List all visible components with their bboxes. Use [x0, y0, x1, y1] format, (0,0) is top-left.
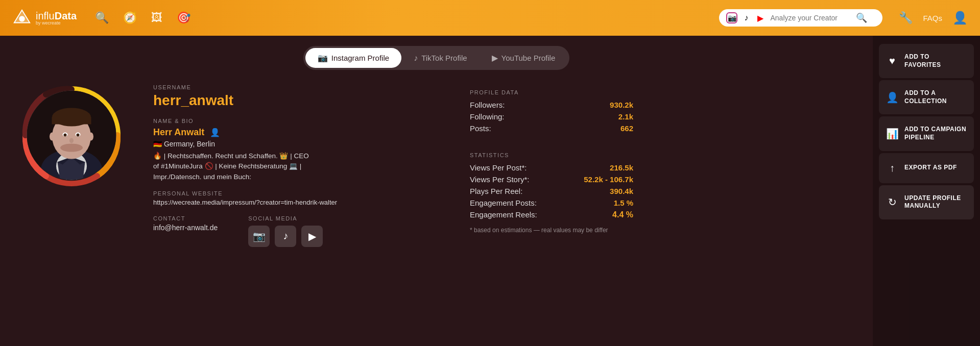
update-icon: ↻	[886, 196, 898, 208]
stat-following: Following: 2.1k	[470, 112, 633, 121]
bio: 🔥 | Rechtschaffen. Recht und Schaffen. 👑…	[153, 151, 439, 182]
tiktok-tab-label: TikTok Profile	[421, 54, 467, 62]
tiktok-tab-icon: ♪	[414, 54, 418, 63]
add-to-campaign-button[interactable]: 📊 ADD TO CAMPAIGN PIPELINE	[879, 116, 974, 151]
campaign-icon: 📊	[886, 128, 898, 140]
name-bio-label: NAME & BIO	[153, 118, 439, 124]
social-section: SOCIAL MEDIA 📷 ♪ ▶	[248, 215, 323, 247]
export-label: EXPORT AS PDF	[904, 164, 957, 172]
faqs-link[interactable]: FAQs	[923, 14, 942, 22]
youtube-social-btn[interactable]: ▶	[301, 226, 323, 247]
instagram-tab-label: Instagram Profile	[331, 54, 389, 62]
add-to-favorites-button[interactable]: ♥ ADD TO FAVORITES	[879, 44, 974, 78]
analytics-icon[interactable]: 🎯	[177, 11, 190, 24]
search-bar: 📷 ♪ ▶ 🔍	[719, 9, 882, 27]
contact-section: CONTACT info@herr-anwalt.de	[153, 215, 218, 232]
profile-info: USERNAME herr_anwalt NAME & BIO Herr Anw…	[153, 84, 439, 247]
tiktok-social-btn[interactable]: ♪	[275, 226, 296, 247]
heart-icon: ♥	[886, 55, 898, 67]
statistics-label: STATISTICS	[470, 152, 633, 158]
profile-data-label: PROFILE DATA	[470, 89, 633, 95]
full-name: Herr Anwalt 👤	[153, 127, 439, 138]
search-input[interactable]	[770, 14, 852, 22]
username: herr_anwalt	[153, 92, 439, 109]
svg-rect-11	[52, 117, 91, 125]
youtube-tab-icon: ▶	[492, 53, 498, 63]
svg-point-16	[69, 138, 74, 143]
collection-label: ADD TO A COLLECTION	[904, 89, 967, 105]
header-right: 🔧 FAQs 👤	[899, 11, 968, 25]
explore-icon[interactable]: 🧭	[123, 11, 137, 24]
instagram-tab-icon: 📷	[318, 53, 328, 63]
settings-icon[interactable]: 🔧	[899, 11, 913, 24]
verified-icon: 👤	[210, 128, 220, 137]
avatar-section	[20, 84, 123, 186]
logo-byline: by wecreate	[36, 21, 77, 26]
stat-plays-reel: Plays Per Reel: 390.4k	[470, 187, 633, 195]
svg-point-18	[50, 133, 55, 141]
contact-email: info@herr-anwalt.de	[153, 224, 218, 232]
tab-tiktok[interactable]: ♪ TikTok Profile	[401, 48, 479, 68]
profile-tabs: 📷 Instagram Profile ♪ TikTok Profile ▶ Y…	[20, 36, 852, 84]
website-label: PERSONAL WEBSITE	[153, 190, 439, 196]
search-nav-icon[interactable]: 🔍	[95, 11, 109, 24]
stat-views-post: Views Per Post*: 216.5k	[470, 163, 633, 172]
main-nav: 🔍 🧭 🖼 🎯	[95, 11, 190, 24]
app-header: influData by wecreate 🔍 🧭 🖼 🎯 📷 ♪ ▶ 🔍 🔧 …	[0, 0, 980, 36]
gallery-icon[interactable]: 🖼	[151, 11, 162, 24]
export-icon: ↑	[886, 162, 898, 174]
svg-point-15	[77, 134, 80, 137]
logo[interactable]: influData by wecreate	[12, 8, 79, 28]
right-panel: ♥ ADD TO FAVORITES 👤 ADD TO A COLLECTION…	[873, 36, 980, 346]
user-account-icon[interactable]: 👤	[952, 11, 968, 25]
search-button[interactable]: 🔍	[856, 12, 867, 23]
social-icons: 📷 ♪ ▶	[248, 226, 323, 247]
stat-posts: Posts: 662	[470, 124, 633, 133]
tiktok-platform-icon[interactable]: ♪	[740, 12, 752, 23]
update-profile-button[interactable]: ↻ UPDATE PROFILE MANUALLY	[879, 185, 974, 219]
stat-views-story: Views Per Story*: 52.2k - 106.7k	[470, 175, 633, 184]
update-label: UPDATE PROFILE MANUALLY	[904, 194, 967, 210]
tab-instagram[interactable]: 📷 Instagram Profile	[305, 48, 401, 68]
stats-note: * based on estimations — real values may…	[470, 226, 633, 235]
center-content: 📷 Instagram Profile ♪ TikTok Profile ▶ Y…	[0, 36, 873, 346]
contact-social: CONTACT info@herr-anwalt.de SOCIAL MEDIA…	[153, 215, 439, 247]
campaign-label: ADD TO CAMPAIGN PIPELINE	[904, 126, 967, 141]
social-label: SOCIAL MEDIA	[248, 215, 323, 221]
tab-youtube[interactable]: ▶ YouTube Profile	[480, 48, 568, 68]
avatar-image	[27, 91, 116, 180]
location: 🇩🇪 Germany, Berlin	[153, 140, 439, 148]
main-content: 📷 Instagram Profile ♪ TikTok Profile ▶ Y…	[0, 36, 980, 346]
tabs-container: 📷 Instagram Profile ♪ TikTok Profile ▶ Y…	[303, 46, 570, 70]
stat-engagement-posts: Engagement Posts: 1.5 %	[470, 199, 633, 207]
username-label: USERNAME	[153, 84, 439, 90]
export-pdf-button[interactable]: ↑ EXPORT AS PDF	[879, 153, 974, 183]
website-url: https://wecreate.media/impressum/?creato…	[153, 199, 439, 206]
youtube-platform-icon[interactable]: ▶	[755, 12, 766, 23]
collection-icon: 👤	[886, 91, 898, 104]
favorites-label: ADD TO FAVORITES	[904, 53, 967, 69]
youtube-tab-label: YouTube Profile	[501, 54, 556, 62]
platform-icons: 📷 ♪ ▶	[726, 12, 766, 23]
svg-point-1	[19, 16, 25, 21]
svg-point-17	[60, 144, 83, 152]
profile-layout: USERNAME herr_anwalt NAME & BIO Herr Anw…	[20, 84, 852, 247]
contact-label: CONTACT	[153, 215, 218, 221]
stats-section: PROFILE DATA Followers: 930.2k Following…	[470, 84, 633, 235]
avatar	[27, 91, 116, 180]
svg-point-14	[64, 134, 67, 137]
logo-text: influData	[36, 11, 77, 21]
instagram-platform-icon[interactable]: 📷	[726, 12, 737, 23]
instagram-social-btn[interactable]: 📷	[248, 226, 270, 247]
svg-point-19	[88, 133, 93, 141]
stat-engagement-reels: Engagement Reels: 4.4 %	[470, 210, 633, 219]
add-to-collection-button[interactable]: 👤 ADD TO A COLLECTION	[879, 80, 974, 114]
stat-followers: Followers: 930.2k	[470, 101, 633, 109]
